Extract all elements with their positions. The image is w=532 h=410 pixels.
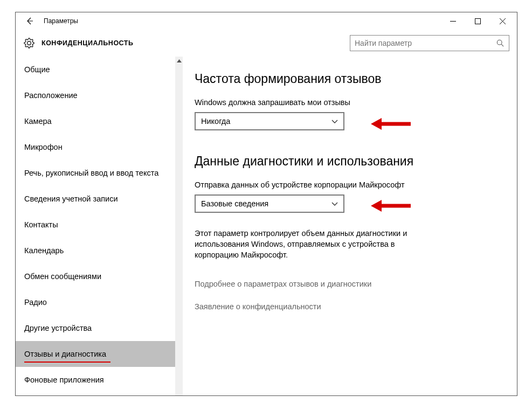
arrow-left-icon [25, 17, 34, 25]
sidebar-item-label: Другие устройства [24, 324, 92, 332]
sidebar-item-label: Камера [24, 117, 52, 126]
annotation-underline [24, 362, 110, 363]
select-value: Базовые сведения [201, 199, 268, 208]
close-button[interactable] [490, 12, 515, 30]
sidebar-item-label: Речь, рукописный ввод и ввод текста [24, 169, 158, 177]
page-header: КОНФИДЕНЦИАЛЬНОСТЬ [16, 30, 517, 57]
scrollbar[interactable] [175, 57, 183, 395]
sidebar-item[interactable]: Микрофон [16, 134, 175, 160]
feedback-frequency-select[interactable]: Никогда [195, 112, 344, 130]
sidebar-item[interactable]: Речь, рукописный ввод и ввод текста [16, 160, 175, 186]
scroll-up-button[interactable] [175, 57, 183, 65]
sidebar-item[interactable]: Календарь [16, 238, 175, 263]
settings-home-button[interactable] [23, 30, 35, 57]
sidebar-item[interactable]: Радио [16, 289, 175, 315]
close-icon [500, 18, 506, 24]
sidebar-item[interactable]: Сведения учетной записи [16, 186, 175, 212]
sidebar-item-label: Контакты [24, 220, 58, 229]
sidebar-item-label: Обмен сообщениями [24, 272, 101, 281]
feedback-frequency-label: Windows должна запрашивать мои отзывы [195, 98, 503, 107]
maximize-button[interactable] [465, 12, 490, 30]
sidebar-item[interactable]: Другие устройства [16, 315, 175, 341]
chevron-up-icon [177, 59, 182, 62]
sidebar-item-label: Календарь [24, 246, 64, 255]
sidebar-item-label: Отзывы и диагностика [24, 350, 106, 358]
svg-point-5 [497, 40, 502, 45]
sidebar-item-label: Расположение [24, 91, 78, 100]
settings-window: Параметры [15, 12, 517, 396]
section-title-diagnostics: Данные диагностики и использования [195, 154, 503, 169]
learn-more-link[interactable]: Подробнее о параметрах отзывов и диагнос… [195, 280, 503, 288]
sidebar-item[interactable]: Камера [16, 108, 175, 134]
sidebar-item[interactable]: Контакты [16, 212, 175, 238]
sidebar-item[interactable]: Фоновые приложения [16, 367, 175, 393]
minimize-button[interactable] [440, 12, 465, 30]
search-box[interactable] [350, 35, 509, 51]
main-content: Частота формирования отзывов Windows дол… [183, 57, 517, 395]
select-value: Никогда [201, 117, 230, 126]
titlebar: Параметры [16, 12, 517, 30]
sidebar-item-label: Сведения учетной записи [24, 194, 118, 203]
diagnostic-data-label: Отправка данных об устройстве корпорации… [195, 180, 503, 189]
minimize-icon [450, 18, 456, 24]
sidebar-item[interactable]: Обмен сообщениями [16, 263, 175, 289]
diagnostic-description: Этот параметр контролирует объем данных … [195, 228, 421, 260]
search-input[interactable] [355, 39, 496, 47]
diagnostic-data-select[interactable]: Базовые сведения [195, 194, 344, 213]
page-title: КОНФИДЕНЦИАЛЬНОСТЬ [42, 39, 133, 47]
back-button[interactable] [18, 12, 42, 30]
svg-line-6 [501, 44, 503, 46]
sidebar-item-label: Радио [24, 298, 47, 307]
svg-rect-2 [475, 18, 480, 24]
sidebar-item-label: Фоновые приложения [24, 376, 104, 384]
maximize-icon [475, 18, 481, 24]
sidebar-item[interactable]: Расположение [16, 82, 175, 108]
sidebar-item-label: Микрофон [24, 143, 63, 151]
sidebar-item[interactable]: Общие [16, 57, 175, 82]
sidebar: ОбщиеРасположениеКамераМикрофонРечь, рук… [16, 57, 183, 395]
gear-icon [24, 38, 34, 48]
sidebar-item[interactable]: Отзывы и диагностика [16, 341, 175, 367]
chevron-down-icon [331, 117, 338, 126]
section-title-feedback: Частота формирования отзывов [195, 72, 503, 86]
sidebar-item-label: Общие [24, 65, 50, 74]
window-title: Параметры [44, 17, 78, 25]
privacy-statement-link[interactable]: Заявление о конфиденциальности [195, 302, 503, 311]
search-icon [496, 39, 505, 47]
chevron-down-icon [331, 199, 338, 208]
